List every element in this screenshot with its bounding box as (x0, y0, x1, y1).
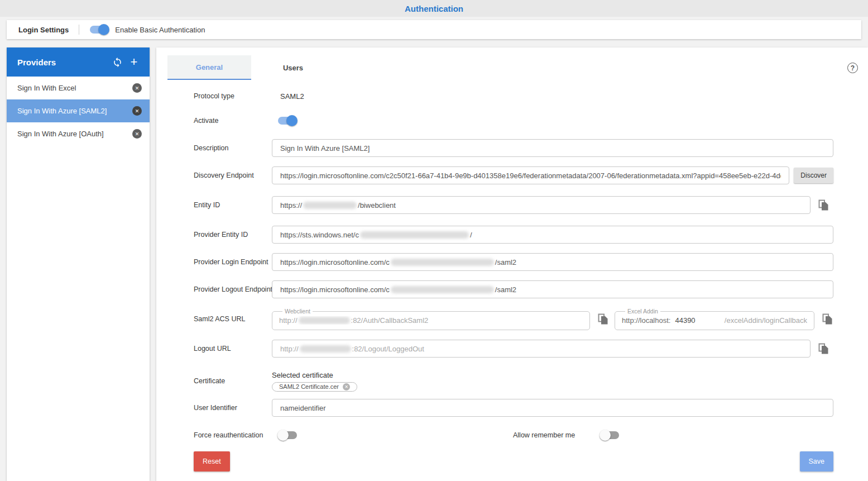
copy-icon[interactable] (817, 199, 829, 211)
discovery-endpoint-input[interactable] (272, 166, 789, 184)
divider (79, 25, 79, 35)
app-header: Authentication (0, 0, 868, 17)
redacted-text (391, 259, 494, 266)
add-provider-icon[interactable]: + (127, 55, 141, 69)
allow-remember-me-label: Allow remember me (513, 431, 575, 439)
delete-provider-icon[interactable]: ✕ (132, 106, 142, 116)
redacted-text (360, 231, 469, 239)
login-settings-bar: Login Settings Enable Basic Authenticati… (7, 20, 861, 39)
delete-provider-icon[interactable]: ✕ (132, 129, 142, 139)
help-icon[interactable]: ? (847, 63, 858, 73)
row-provider-login-endpoint: Provider Login Endpoint https://login.mi… (194, 253, 833, 271)
provider-login-endpoint-input[interactable]: https://login.microsoftonline.com/c/saml… (272, 253, 833, 271)
row-certificate: Certificate Selected certificate SAML2 C… (194, 368, 833, 394)
tab-general[interactable]: General (167, 55, 251, 80)
description-input[interactable] (272, 139, 833, 157)
row-provider-logout-endpoint: Provider Logout Endpoint https://login.m… (194, 280, 833, 298)
selected-certificate-label: Selected certificate (272, 371, 333, 379)
tab-bar: General Users (167, 55, 335, 80)
redacted-text (299, 317, 350, 324)
row-entity-id: Entity ID https:///biwebclient (194, 196, 833, 214)
acs-excel-addin-fieldset: Excel Addin http://localhost: 44390 /exc… (615, 308, 814, 330)
row-provider-entity-id: Provider Entity ID https://sts.windows.n… (194, 226, 833, 244)
row-description: Description (194, 139, 833, 157)
sidebar-item-sign-in-with-azure-oauth[interactable]: Sign In With Azure [OAuth] ✕ (7, 122, 150, 145)
login-settings-label: Login Settings (18, 26, 69, 34)
redacted-text (391, 286, 494, 293)
row-activate: Activate (194, 112, 833, 130)
sidebar-item-sign-in-with-azure-saml2[interactable]: Sign In With Azure [SAML2] ✕ (7, 99, 150, 122)
row-logout-url: Logout URL http://:82/Logout/LoggedOut (194, 340, 833, 358)
protocol-type-value: SAML2 (272, 92, 304, 101)
providers-sidebar: Providers + Sign In With Excel ✕ Sign In… (7, 47, 150, 481)
discover-button[interactable]: Discover (794, 168, 833, 183)
activate-toggle[interactable] (277, 115, 298, 126)
tab-users[interactable]: Users (251, 55, 335, 80)
providers-header: Providers + (7, 47, 150, 77)
redacted-text (303, 202, 357, 209)
row-protocol-type: Protocol type SAML2 (194, 88, 833, 104)
row-user-identifier: User Identifier (194, 399, 833, 417)
page-title: Authentication (405, 4, 463, 13)
acs-excel-path: /excelAddin/loginCallback (725, 316, 807, 325)
entity-id-input[interactable]: https:///biwebclient (272, 196, 811, 214)
sidebar-item-sign-in-with-excel[interactable]: Sign In With Excel ✕ (7, 77, 150, 99)
row-reauthentication-options: Force reauthentication Allow remember me (194, 426, 833, 444)
acs-webclient-value[interactable]: http://:82/Auth/CallbackSaml2 (279, 316, 583, 325)
remove-certificate-icon[interactable]: ✕ (343, 383, 350, 390)
refresh-icon[interactable] (111, 55, 124, 69)
enable-basic-auth-label: Enable Basic Authentication (115, 26, 205, 34)
redacted-text (300, 345, 351, 353)
provider-logout-endpoint-input[interactable]: https://login.microsoftonline.com/c/saml… (272, 280, 833, 298)
provider-entity-id-input[interactable]: https://sts.windows.net/c/ (272, 226, 833, 244)
enable-basic-auth-toggle[interactable] (89, 24, 109, 35)
copy-icon[interactable] (821, 313, 833, 325)
save-button[interactable]: Save (800, 451, 834, 472)
reset-button[interactable]: Reset (194, 451, 230, 472)
row-form-actions: Reset Save (194, 451, 833, 472)
acs-excel-host: http://localhost: (622, 316, 670, 325)
copy-icon[interactable] (817, 342, 829, 355)
provider-form: Protocol type SAML2 Activate Description… (194, 88, 833, 472)
copy-icon[interactable] (597, 313, 609, 325)
logout-url-input[interactable]: http://:82/Logout/LoggedOut (272, 340, 811, 358)
delete-provider-icon[interactable]: ✕ (132, 83, 142, 93)
user-identifier-input[interactable] (272, 399, 833, 417)
allow-remember-me-toggle[interactable] (600, 430, 620, 441)
row-discovery-endpoint: Discovery Endpoint Discover (194, 166, 833, 184)
acs-excel-port-input[interactable]: 44390 (675, 316, 695, 325)
row-saml2-acs-url: Saml2 ACS URL Webclient http://:82/Auth/… (194, 308, 833, 330)
acs-webclient-fieldset: Webclient http://:82/Auth/CallbackSaml2 (272, 308, 590, 330)
force-reauthentication-toggle[interactable] (277, 430, 298, 441)
certificate-chip[interactable]: SAML2 Certificate.cer ✕ (272, 382, 357, 392)
providers-title: Providers (17, 58, 111, 67)
provider-detail-panel: ? General Users Protocol type SAML2 Acti… (156, 47, 868, 481)
